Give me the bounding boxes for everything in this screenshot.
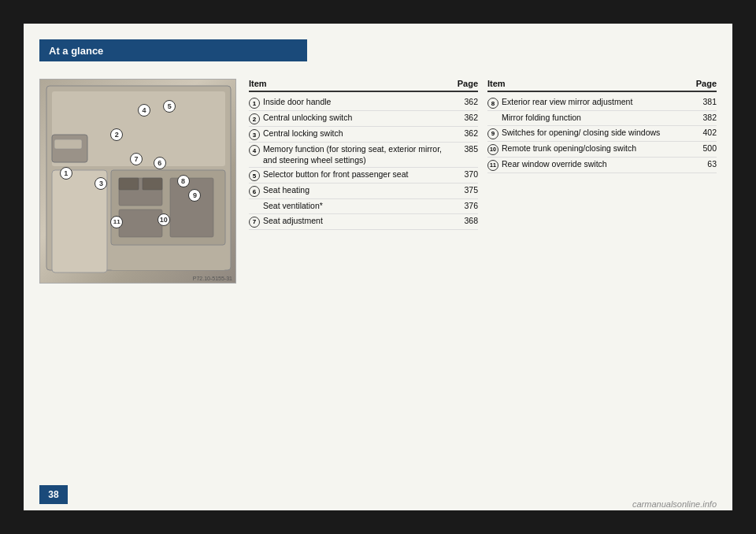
- item-page-mirror: 382: [695, 113, 717, 122]
- item-page-3: 362: [456, 128, 478, 138]
- right-col-item-header: Item: [487, 79, 506, 88]
- item-text-10: Remote trunk opening/closing switch: [502, 143, 695, 154]
- svg-rect-6: [119, 210, 162, 237]
- row-content: 3 Central locking switch: [249, 128, 456, 140]
- svg-rect-3: [54, 139, 82, 149]
- item-page-9: 402: [695, 128, 717, 137]
- table-row: Mirror folding function 382: [487, 111, 717, 126]
- right-table: Item Page 8 Exterior rear view mirror ad…: [487, 79, 717, 284]
- table-row: Seat ventilation* 376: [249, 199, 478, 214]
- item-circle-8: 8: [487, 98, 498, 109]
- item-text-3: Central locking switch: [263, 128, 456, 139]
- image-num-7: 7: [130, 153, 143, 165]
- tables-area: Item Page 1 Inside door handle 362 2 Cen…: [249, 79, 717, 284]
- row-content: 8 Exterior rear view mirror adjustment: [487, 97, 695, 109]
- header-bar: At a glance: [39, 39, 307, 61]
- item-text-7: Seat adjustment: [263, 216, 456, 227]
- table-row: 4 Memory function (for storing seat, ext…: [249, 143, 478, 168]
- item-text-8: Exterior rear view mirror adjustment: [502, 97, 695, 108]
- image-num-10: 10: [158, 213, 170, 226]
- item-text-2: Central unlocking switch: [263, 113, 456, 124]
- item-circle-3: 3: [249, 129, 260, 140]
- image-num-1: 1: [60, 167, 72, 180]
- item-text-6: Seat heating: [263, 185, 456, 196]
- row-content: 10 Remote trunk opening/closing switch: [487, 143, 695, 155]
- row-content: Mirror folding function: [487, 113, 695, 124]
- item-circle-10: 10: [487, 144, 498, 155]
- item-text-mirror: Mirror folding function: [502, 113, 695, 124]
- item-circle-9: 9: [487, 128, 498, 139]
- row-content: 9 Switches for opening/ closing side win…: [487, 128, 695, 139]
- row-content: 1 Inside door handle: [249, 97, 456, 109]
- image-num-5: 5: [163, 100, 176, 113]
- item-text-9: Switches for opening/ closing side windo…: [502, 128, 695, 139]
- row-content: 5 Selector button for front passenger se…: [249, 169, 456, 181]
- table-row: 5 Selector button for front passenger se…: [249, 168, 478, 184]
- table-row: 3 Central locking switch 362: [249, 127, 478, 143]
- row-content: 2 Central unlocking switch: [249, 113, 456, 124]
- item-page-4: 385: [456, 144, 478, 154]
- row-content: Seat ventilation*: [249, 201, 456, 212]
- image-caption: P72.10-5155-31: [193, 276, 232, 281]
- watermark: carmanualsonline.info: [632, 499, 717, 509]
- item-page-2: 362: [456, 113, 478, 122]
- svg-rect-7: [170, 178, 213, 237]
- table-row: 11 Rear window override switch 63: [487, 158, 717, 173]
- row-content: 7 Seat adjustment: [249, 216, 456, 228]
- right-table-header: Item Page: [487, 79, 717, 92]
- table-row: 7 Seat adjustment 368: [249, 214, 478, 230]
- image-num-8: 8: [177, 175, 190, 187]
- table-row: 2 Central unlocking switch 362: [249, 111, 478, 127]
- image-num-6: 6: [154, 157, 166, 169]
- page-number: 38: [48, 489, 58, 500]
- left-table: Item Page 1 Inside door handle 362 2 Cen…: [249, 79, 478, 284]
- left-col-page-header: Page: [458, 79, 478, 88]
- item-circle-4: 4: [249, 145, 260, 156]
- car-image-inner: 1 2 3 4 5 6 7 8 9 10 11: [40, 80, 235, 283]
- item-page-1: 362: [456, 97, 478, 106]
- left-table-header: Item Page: [249, 79, 478, 92]
- item-circle-11: 11: [487, 160, 498, 171]
- item-text-5: Selector button for front passenger seat: [263, 169, 456, 180]
- item-text-1: Inside door handle: [263, 97, 456, 108]
- table-row: 1 Inside door handle 362: [249, 95, 478, 111]
- svg-rect-10: [119, 178, 139, 190]
- table-row: 8 Exterior rear view mirror adjustment 3…: [487, 95, 717, 111]
- car-image: 1 2 3 4 5 6 7 8 9 10 11 P72.10-5155-31: [39, 79, 236, 284]
- right-col-page-header: Page: [696, 79, 717, 88]
- row-content: 4 Memory function (for storing seat, ext…: [249, 144, 456, 165]
- item-page-11: 63: [695, 159, 717, 169]
- item-circle-2: 2: [249, 113, 260, 124]
- header-title: At a glance: [49, 45, 103, 57]
- item-text-6b: Seat ventilation*: [263, 201, 456, 212]
- image-num-4: 4: [138, 104, 150, 117]
- row-content: 11 Rear window override switch: [487, 159, 695, 171]
- item-circle-5: 5: [249, 170, 260, 181]
- item-page-6b: 376: [456, 201, 478, 210]
- content-area: 1 2 3 4 5 6 7 8 9 10 11 P72.10-5155-31 I…: [39, 79, 717, 284]
- item-page-6: 375: [456, 185, 478, 195]
- item-page-10: 500: [695, 143, 717, 153]
- svg-rect-9: [111, 249, 225, 270]
- page-number-box: 38: [39, 485, 68, 504]
- table-row: 10 Remote trunk opening/closing switch 5…: [487, 142, 717, 158]
- svg-rect-11: [143, 178, 162, 190]
- row-content: 6 Seat heating: [249, 185, 456, 197]
- table-row: 9 Switches for opening/ closing side win…: [487, 126, 717, 142]
- item-circle-6: 6: [249, 186, 260, 197]
- item-page-8: 381: [695, 97, 717, 106]
- item-text-4: Memory function (for storing seat, exter…: [263, 144, 456, 165]
- item-page-5: 370: [456, 169, 478, 179]
- item-circle-1: 1: [249, 98, 260, 109]
- item-text-11: Rear window override switch: [502, 159, 695, 170]
- left-col-item-header: Item: [249, 79, 267, 88]
- table-row: 6 Seat heating 375: [249, 184, 478, 199]
- item-circle-7: 7: [249, 217, 260, 228]
- item-page-7: 368: [456, 216, 478, 225]
